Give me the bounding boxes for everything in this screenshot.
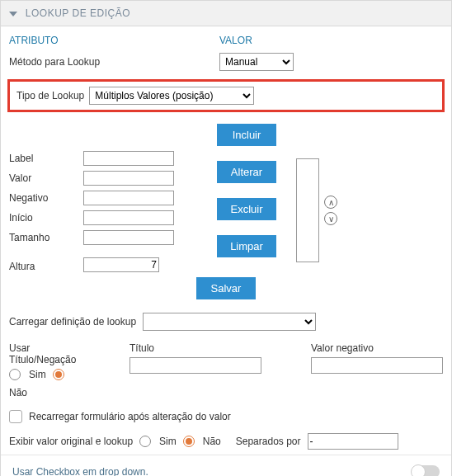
label-carregar-definicao: Carregar definição de lookup — [9, 316, 136, 328]
section-header[interactable]: LOOKUP DE EDIÇÃO — [1, 1, 451, 26]
lbl-negativo: Negativo — [9, 188, 83, 208]
collapse-icon — [9, 12, 17, 16]
section-title: LOOKUP DE EDIÇÃO — [26, 7, 130, 19]
col-valor: VALOR — [219, 35, 252, 46]
input-valor-negativo[interactable] — [311, 357, 443, 374]
label-separados-por: Separados por — [236, 436, 301, 447]
lbl-altura: Altura — [9, 247, 83, 272]
salvar-button[interactable]: Salvar — [196, 277, 256, 299]
input-separador[interactable] — [308, 433, 398, 450]
col-atributo: ATRIBUTO — [9, 35, 219, 46]
radio-exibir-nao[interactable] — [183, 436, 195, 447]
radio-titulo-nao[interactable] — [53, 369, 64, 380]
label-tipo-lookup: Tipo de Lookup — [16, 90, 84, 101]
lbl-tamanho: Tamanho — [9, 228, 83, 247]
excluir-button[interactable]: Excluir — [217, 198, 276, 220]
label-usar-checkbox: Usar Checkbox em drop down. — [12, 466, 148, 476]
select-tipo-lookup[interactable]: Múltiplos Valores (posição) — [89, 87, 254, 105]
input-label[interactable] — [83, 151, 174, 166]
input-negativo[interactable] — [83, 191, 174, 205]
incluir-button[interactable]: Incluir — [217, 124, 276, 146]
values-listbox[interactable] — [296, 158, 319, 262]
checkbox-recarregar[interactable] — [9, 410, 22, 423]
lbl-nao1: Não — [9, 387, 27, 398]
tipo-lookup-row: Tipo de Lookup Múltiplos Valores (posiçã… — [7, 79, 445, 112]
toggle-usar-checkbox[interactable] — [412, 465, 440, 476]
select-metodo[interactable]: Manual — [219, 53, 294, 71]
radio-exibir-sim[interactable] — [139, 436, 151, 447]
limpar-button[interactable]: Limpar — [217, 235, 276, 257]
lbl-sim2: Sim — [159, 436, 177, 447]
label-metodo: Método para Lookup — [9, 56, 219, 68]
move-down-icon[interactable]: ∨ — [324, 212, 337, 225]
label-recarregar: Recarregar formulário após alteração do … — [29, 411, 231, 422]
input-valor[interactable] — [83, 171, 174, 186]
lbl-nao2: Não — [203, 436, 221, 447]
label-exibir-original: Exibir valor original e lookup — [9, 436, 133, 447]
label-valor-negativo: Valor negativo — [311, 342, 443, 354]
input-titulo[interactable] — [129, 357, 261, 374]
label-usar-titulo: Usar Título/Negação — [9, 342, 80, 365]
lbl-label: Label — [9, 148, 83, 168]
lbl-inicio: Início — [9, 208, 83, 228]
input-tamanho[interactable] — [83, 230, 174, 245]
column-headers: ATRIBUTO VALOR — [1, 26, 451, 49]
input-inicio[interactable] — [83, 210, 174, 225]
select-carregar-definicao[interactable] — [143, 313, 316, 331]
radio-titulo-sim[interactable] — [9, 369, 21, 380]
field-labels: Label Valor Negativo Início Tamanho Altu… — [9, 124, 83, 272]
alterar-button[interactable]: Alterar — [217, 161, 276, 183]
input-altura[interactable] — [83, 257, 159, 272]
lbl-valor: Valor — [9, 168, 83, 188]
lbl-sim1: Sim — [29, 369, 46, 380]
move-up-icon[interactable]: ∧ — [324, 196, 337, 209]
label-titulo: Título — [129, 342, 261, 354]
